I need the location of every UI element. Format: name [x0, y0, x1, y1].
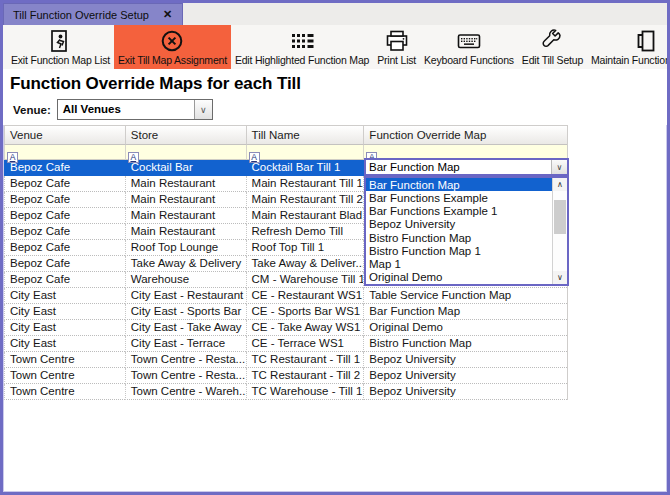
- cell-till-name[interactable]: Cocktail Bar Till 1: [246, 160, 364, 176]
- cell-till-name[interactable]: Main Restaurant Till 1: [246, 176, 364, 192]
- cell-store[interactable]: Main Restaurant: [125, 176, 246, 192]
- exit-till-map-assignment-button[interactable]: Exit Till Map Assignment: [114, 25, 231, 69]
- exit-function-map-list-button[interactable]: Exit Function Map List: [7, 25, 114, 69]
- dropdown-option[interactable]: Bar Functions Example 1: [366, 205, 552, 218]
- cell-venue[interactable]: Bepoz Cafe: [4, 208, 125, 224]
- cell-store[interactable]: Warehouse: [125, 272, 246, 288]
- cell-function-override-map[interactable]: Table Service Function Map: [363, 288, 567, 304]
- cell-store[interactable]: Town Centre - Resta...: [125, 368, 246, 384]
- cell-till-name[interactable]: Take Away & Deliver...: [246, 256, 364, 272]
- cell-store[interactable]: Main Restaurant: [125, 224, 246, 240]
- dropdown-option[interactable]: Map 1: [366, 258, 552, 271]
- toolbar-button-label: Maintain Function Maps: [591, 54, 670, 66]
- cell-store[interactable]: City East - Take Away: [125, 320, 246, 336]
- exit-door-icon: [47, 27, 73, 54]
- cell-till-name[interactable]: CE - Take Away WS1: [246, 320, 364, 336]
- tab-till-function-override-setup[interactable]: Till Function Override Setup ✕: [3, 3, 183, 25]
- table-row[interactable]: Town Centre Town Centre - Wareh... TC Wa…: [4, 384, 567, 400]
- cell-till-name[interactable]: CE - Restaurant WS1: [246, 288, 364, 304]
- column-header-till-name[interactable]: Till Name: [246, 126, 364, 145]
- cell-venue[interactable]: Bepoz Cafe: [4, 160, 125, 176]
- cell-venue[interactable]: City East: [4, 336, 125, 352]
- keyboard-functions-button[interactable]: Keyboard Functions: [420, 25, 518, 69]
- toolbar: Exit Function Map List Exit Till Map Ass…: [3, 25, 667, 69]
- cell-function-override-map[interactable]: Bar Function Map: [363, 304, 567, 320]
- table-row[interactable]: Town Centre Town Centre - Resta... TC Re…: [4, 368, 567, 384]
- cell-store[interactable]: Take Away & Delivery: [125, 256, 246, 272]
- table-row[interactable]: City East City East - Restaurant CE - Re…: [4, 288, 567, 304]
- cell-till-name[interactable]: CE - Sports Bar WS1: [246, 304, 364, 320]
- cell-venue[interactable]: City East: [4, 304, 125, 320]
- toolbar-button-label: Keyboard Functions: [424, 54, 514, 66]
- page-title: Function Override Maps for each Till: [3, 69, 667, 95]
- print-list-button[interactable]: Print List: [373, 25, 420, 69]
- cell-function-override-map[interactable]: Bepoz University: [363, 368, 567, 384]
- cell-till-name[interactable]: Roof Top Till 1: [246, 240, 364, 256]
- cell-venue[interactable]: Bepoz Cafe: [4, 256, 125, 272]
- toolbar-button-label: Exit Function Map List: [11, 54, 110, 66]
- dropdown-scrollbar[interactable]: ∧ ∨: [552, 178, 567, 284]
- tab-close-icon[interactable]: ✕: [163, 8, 172, 21]
- maintain-function-maps-button[interactable]: Maintain Function Maps: [587, 25, 670, 69]
- cell-venue[interactable]: Town Centre: [4, 352, 125, 368]
- column-header-store[interactable]: Store: [125, 126, 246, 145]
- dropdown-option[interactable]: Bistro Function Map: [366, 231, 552, 244]
- table-row[interactable]: City East City East - Take Away CE - Tak…: [4, 320, 567, 336]
- edit-highlighted-function-map-button[interactable]: Edit Highlighted Function Map: [231, 25, 373, 69]
- cell-store[interactable]: City East - Restaurant: [125, 288, 246, 304]
- column-header-function-override-map[interactable]: Function Override Map: [363, 126, 567, 145]
- cell-till-name[interactable]: Refresh Demo Till: [246, 224, 364, 240]
- table-row[interactable]: Town Centre Town Centre - Resta... TC Re…: [4, 352, 567, 368]
- cell-function-override-map[interactable]: Bepoz University: [363, 352, 567, 368]
- cell-venue[interactable]: Town Centre: [4, 384, 125, 400]
- venue-select[interactable]: All Venues ∨: [57, 99, 213, 120]
- scroll-up-icon[interactable]: ∧: [553, 178, 567, 191]
- cell-store[interactable]: City East - Sports Bar: [125, 304, 246, 320]
- cell-venue[interactable]: City East: [4, 320, 125, 336]
- cell-venue[interactable]: Bepoz Cafe: [4, 176, 125, 192]
- cell-store[interactable]: Roof Top Lounge: [125, 240, 246, 256]
- cell-till-name[interactable]: TC Warehouse - Till 1: [246, 384, 364, 400]
- cell-venue[interactable]: Bepoz Cafe: [4, 272, 125, 288]
- column-header-venue[interactable]: Venue: [4, 126, 125, 145]
- cell-function-override-map[interactable]: Bistro Function Map: [363, 336, 567, 352]
- cell-till-name[interactable]: Main Restaurant Blad...: [246, 208, 364, 224]
- tab-strip: Till Function Override Setup ✕: [3, 3, 667, 25]
- cell-venue[interactable]: Bepoz Cafe: [4, 240, 125, 256]
- dropdown-option[interactable]: Bistro Function Map 1: [366, 244, 552, 257]
- filter-cell-store[interactable]: A: [125, 145, 246, 160]
- scroll-down-icon[interactable]: ∨: [553, 271, 567, 284]
- cell-store[interactable]: Cocktail Bar: [125, 160, 246, 176]
- cell-store[interactable]: City East - Terrace: [125, 336, 246, 352]
- cell-store[interactable]: Town Centre - Resta...: [125, 352, 246, 368]
- cell-till-name[interactable]: TC Restaurant - Till 2: [246, 368, 364, 384]
- wrench-icon: [539, 27, 565, 54]
- cell-till-name[interactable]: CM - Warehouse Till 1: [246, 272, 364, 288]
- filter-cell-venue[interactable]: A: [4, 145, 125, 160]
- table-row[interactable]: City East City East - Terrace CE - Terra…: [4, 336, 567, 352]
- edit-till-setup-button[interactable]: Edit Till Setup: [518, 25, 587, 69]
- cell-function-override-map[interactable]: Original Demo: [363, 320, 567, 336]
- dropdown-option[interactable]: Bar Functions Example: [366, 191, 552, 204]
- cell-till-name[interactable]: CE - Terrace WS1: [246, 336, 364, 352]
- cell-till-name[interactable]: Main Restaurant Till 2: [246, 192, 364, 208]
- table-row[interactable]: City East City East - Sports Bar CE - Sp…: [4, 304, 567, 320]
- cell-store[interactable]: Main Restaurant: [125, 192, 246, 208]
- cell-venue[interactable]: Bepoz Cafe: [4, 192, 125, 208]
- cell-store[interactable]: Main Restaurant: [125, 208, 246, 224]
- grid-header-row: Venue Store Till Name Function Override …: [4, 125, 567, 145]
- scrollbar-thumb[interactable]: [554, 200, 566, 234]
- function-map-combobox[interactable]: Bar Function Map ∨: [364, 158, 569, 176]
- filter-cell-till-name[interactable]: A: [246, 145, 364, 160]
- cell-venue[interactable]: Town Centre: [4, 368, 125, 384]
- cell-till-name[interactable]: TC Restaurant - Till 1: [246, 352, 364, 368]
- cell-function-override-map[interactable]: Bepoz University: [363, 384, 567, 400]
- cell-venue[interactable]: Bepoz Cafe: [4, 224, 125, 240]
- dropdown-option[interactable]: Bar Function Map: [366, 178, 552, 191]
- cell-store[interactable]: Town Centre - Wareh...: [125, 384, 246, 400]
- dropdown-option[interactable]: Bepoz University: [366, 218, 552, 231]
- chevron-down-icon[interactable]: ∨: [551, 160, 567, 174]
- cell-venue[interactable]: City East: [4, 288, 125, 304]
- dropdown-option[interactable]: Original Demo: [366, 271, 552, 284]
- chevron-down-icon[interactable]: ∨: [194, 100, 212, 119]
